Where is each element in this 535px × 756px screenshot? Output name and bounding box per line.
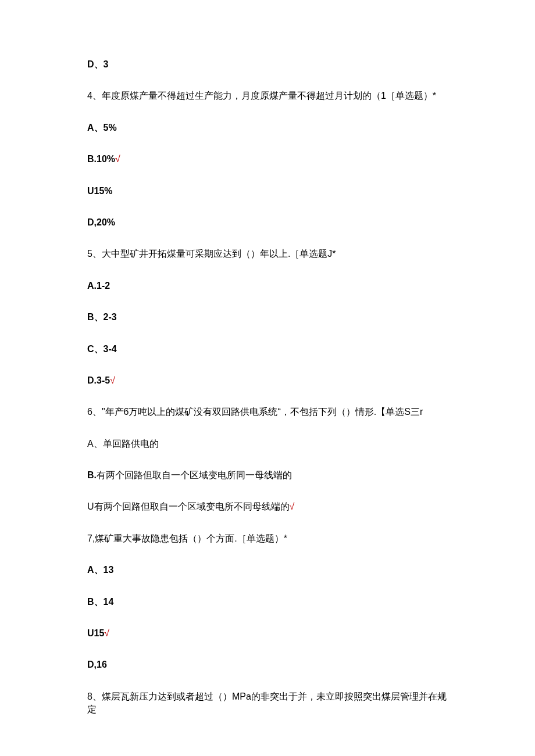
q4-stem: 4、年度原煤产量不得超过生产能力，月度原煤产量不得超过月计划的（1［单选题）* [87, 89, 448, 102]
q3-option-d: D、3 [87, 58, 448, 71]
q7-option-a: A、13 [87, 564, 448, 576]
check-mark-icon: √ [115, 154, 120, 164]
q4-option-a: A、5% [87, 121, 448, 134]
q7-stem: 7,煤矿重大事故隐患包括（）个方面.［单选题）* [87, 532, 448, 545]
check-mark-icon: √ [104, 628, 109, 638]
q6-option-b-text: 有两个回路但取自一个区域变电所同一母线端的 [97, 470, 292, 480]
q7-option-c: U15√ [87, 627, 448, 640]
q5-option-c: C、3-4 [87, 343, 448, 356]
q4-option-d: D,20% [87, 216, 448, 229]
q6-option-b: B.有两个回路但取自一个区域变电所同一母线端的 [87, 469, 448, 482]
q5-option-b: B、2-3 [87, 311, 448, 324]
q7-option-c-text: U15 [87, 628, 104, 638]
q8-stem-text: 8、煤层瓦新压力达到或者超过（）MPa的非突出于并，未立即按照突出煤层管理并在规… [87, 691, 447, 714]
q7-option-d: D,16 [87, 658, 448, 671]
document-page: D、3 4、年度原煤产量不得超过生产能力，月度原煤产量不得超过月计划的（1［单选… [0, 0, 535, 756]
q5-option-a: A.1-2 [87, 280, 448, 292]
q5-option-d-text: D.3-5 [87, 375, 110, 385]
check-mark-icon: √ [290, 501, 295, 511]
q6-stem: 6、"年产6万吨以上的煤矿没有双回路供电系统“，不包括下列（）情形.【单选S三r [87, 406, 448, 418]
q4-option-c: U15% [87, 185, 448, 198]
q7-option-b: B、14 [87, 596, 448, 608]
q5-option-d: D.3-5√ [87, 374, 448, 387]
q4-option-b: B.10%√ [87, 153, 448, 166]
q4-stem-text: 4、年度原煤产量不得超过生产能力，月度原煤产量不得超过月计划的（1［单选题）* [87, 91, 436, 101]
q5-stem: 5、大中型矿井开拓煤量可采期应达到（）年以上.［单选题J* [87, 248, 448, 260]
q5-stem-text: 5、大中型矿井开拓煤量可采期应达到（）年以上.［单选题J* [87, 249, 336, 259]
q6-option-c-text: U有两个回路但取自一个区域变电所不同母线端的 [87, 501, 290, 511]
q6-option-b-prefix: B. [87, 470, 97, 480]
q6-option-c: U有两个回路但取自一个区域变电所不同母线端的√ [87, 500, 448, 513]
q8-stem: 8、煤层瓦新压力达到或者超过（）MPa的非突出于并，未立即按照突出煤层管理并在规… [87, 690, 448, 716]
q6-option-a: A、单回路供电的 [87, 438, 448, 450]
q6-stem-text: 6、"年产6万吨以上的煤矿没有双回路供电系统“，不包括下列（）情形.【单选S三r [87, 407, 423, 417]
q4-option-b-text: B.10% [87, 154, 115, 164]
check-mark-icon: √ [110, 375, 115, 385]
q7-stem-text: 7,煤矿重大事故隐患包括（）个方面.［单选题）* [87, 533, 287, 543]
